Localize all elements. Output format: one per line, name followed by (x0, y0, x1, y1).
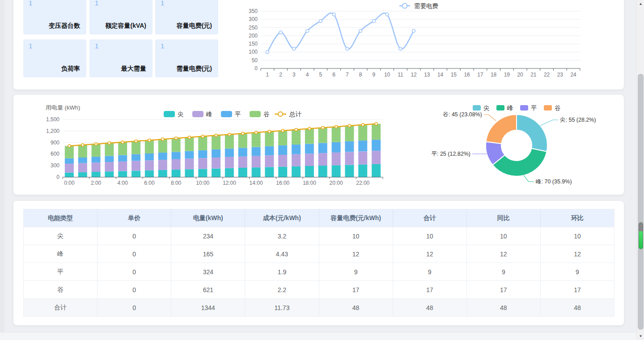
legend-item[interactable]: 峰 (192, 111, 212, 118)
bar-segment[interactable] (185, 159, 194, 170)
bar-segment[interactable] (92, 157, 101, 162)
bar-segment[interactable] (292, 144, 301, 154)
bar-segment[interactable] (198, 150, 207, 158)
donut-slice[interactable] (486, 115, 517, 144)
bar-segment[interactable] (158, 170, 167, 177)
bar-segment[interactable] (305, 144, 314, 153)
legend-item[interactable]: 峰 (496, 105, 513, 111)
bar-segment[interactable] (345, 141, 354, 152)
total-line-point[interactable] (188, 136, 191, 139)
bar-segment[interactable] (225, 149, 234, 157)
bar-segment[interactable] (145, 160, 154, 170)
bar-segment[interactable] (145, 170, 154, 177)
bar-segment[interactable] (118, 171, 127, 177)
total-line-point[interactable] (308, 128, 311, 130)
bar-segment[interactable] (265, 155, 274, 167)
total-line-point[interactable] (161, 138, 164, 140)
bar-segment[interactable] (185, 151, 194, 159)
bar-segment[interactable] (158, 153, 167, 160)
bar-segment[interactable] (78, 163, 87, 172)
line-point[interactable] (279, 31, 282, 34)
line-point[interactable] (346, 47, 349, 51)
total-line-point[interactable] (135, 140, 137, 143)
bar-segment[interactable] (318, 166, 327, 177)
line-point[interactable] (386, 13, 389, 16)
line-point[interactable] (412, 29, 415, 32)
line-point[interactable] (372, 19, 375, 22)
bar-segment[interactable] (345, 152, 354, 165)
bar-segment[interactable] (198, 169, 207, 178)
bar-segment[interactable] (358, 125, 367, 140)
total-line-point[interactable] (242, 132, 244, 135)
bar-segment[interactable] (278, 131, 287, 145)
bar-segment[interactable] (252, 167, 261, 177)
bar-segment[interactable] (238, 148, 247, 156)
total-line-point[interactable] (295, 128, 297, 131)
vertical-scrollbar[interactable]: ▲ ▼ (636, 0, 644, 340)
bar-segment[interactable] (278, 167, 287, 177)
bar-segment[interactable] (345, 165, 354, 178)
bar-segment[interactable] (118, 162, 127, 171)
bar-segment[interactable] (305, 129, 314, 144)
bar-segment[interactable] (305, 154, 314, 166)
line-point[interactable] (359, 29, 362, 32)
bar-segment[interactable] (345, 126, 354, 141)
line-point[interactable] (292, 47, 296, 51)
total-line-point[interactable] (255, 131, 258, 134)
bar-segment[interactable] (198, 158, 207, 169)
bar-segment[interactable] (225, 157, 234, 168)
bar-segment[interactable] (225, 168, 234, 177)
bar-segment[interactable] (372, 140, 381, 151)
bar-segment[interactable] (92, 144, 101, 157)
total-line-point[interactable] (175, 137, 178, 140)
bar-segment[interactable] (172, 170, 181, 177)
bar-segment[interactable] (105, 156, 114, 162)
bar-segment[interactable] (118, 155, 127, 162)
total-line-point[interactable] (95, 143, 97, 145)
total-line-point[interactable] (201, 135, 204, 138)
bar-segment[interactable] (238, 168, 247, 177)
legend-item[interactable]: 平 (520, 105, 537, 111)
line-point[interactable] (306, 29, 309, 32)
total-line-point[interactable] (148, 139, 151, 141)
bar-segment[interactable] (252, 156, 261, 167)
scrollbar-green-marker[interactable] (639, 222, 643, 249)
total-line-point[interactable] (215, 134, 217, 137)
bar-segment[interactable] (238, 157, 247, 168)
bar-segment[interactable] (358, 152, 367, 165)
bar-segment[interactable] (131, 161, 140, 171)
bar-segment[interactable] (252, 132, 261, 147)
bar-segment[interactable] (318, 143, 327, 153)
bar-segment[interactable] (278, 155, 287, 167)
line-point[interactable] (266, 51, 269, 54)
bar-segment[interactable] (292, 130, 301, 144)
bar-segment[interactable] (172, 138, 181, 152)
donut-slice[interactable] (517, 115, 547, 152)
bar-segment[interactable] (358, 165, 367, 177)
line-point[interactable] (399, 47, 402, 51)
bar-segment[interactable] (372, 164, 381, 177)
bar-segment[interactable] (78, 157, 87, 163)
bar-segment[interactable] (265, 146, 274, 156)
bar-segment[interactable] (145, 153, 154, 160)
bar-segment[interactable] (265, 132, 274, 146)
total-line-point[interactable] (322, 126, 324, 129)
total-line-point[interactable] (81, 144, 84, 146)
bar-segment[interactable] (185, 169, 194, 177)
bar-segment[interactable] (78, 145, 87, 157)
bar-segment[interactable] (78, 172, 87, 177)
bar-segment[interactable] (252, 147, 261, 156)
bar-segment[interactable] (332, 127, 341, 142)
bar-segment[interactable] (212, 169, 220, 177)
bar-segment[interactable] (92, 162, 101, 172)
total-line-point[interactable] (228, 133, 231, 136)
bar-segment[interactable] (172, 152, 181, 159)
line-point[interactable] (332, 13, 335, 16)
bar-segment[interactable] (292, 166, 301, 177)
bar-segment[interactable] (198, 136, 207, 150)
scrollbar-up-icon[interactable]: ▲ (637, 0, 644, 8)
bar-segment[interactable] (332, 165, 341, 177)
total-line-point[interactable] (335, 125, 338, 128)
bar-segment[interactable] (105, 143, 114, 156)
bar-segment[interactable] (65, 146, 74, 158)
